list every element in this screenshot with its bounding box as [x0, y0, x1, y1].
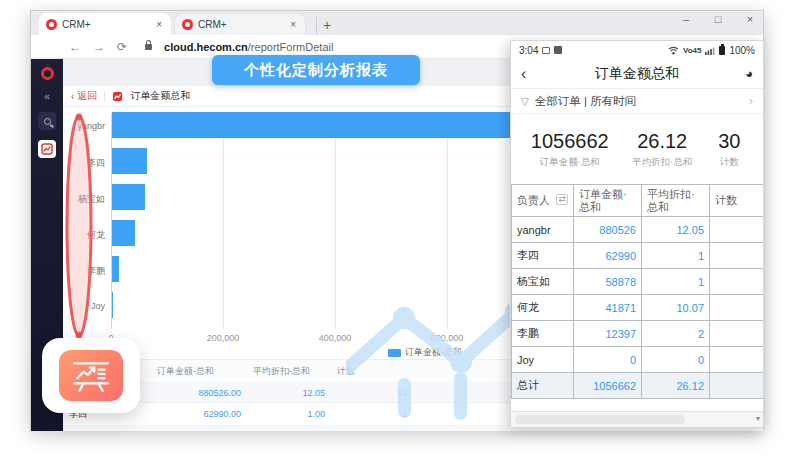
value-cell: 10.07: [642, 295, 710, 321]
pie-chart-icon[interactable]: ◕: [733, 66, 753, 81]
value-cell: 58878.00: [151, 426, 247, 432]
column-sort-icon[interactable]: ⇄: [556, 194, 568, 205]
value-cell: 58878: [574, 269, 642, 295]
phone-table-header-row: 负责人⇄订单金额·总和平均折扣·总和计数: [512, 185, 764, 217]
bar[interactable]: [112, 184, 145, 210]
gridline: [223, 113, 224, 329]
value-cell: 62990.00: [151, 403, 247, 426]
tab-close-icon[interactable]: ×: [154, 19, 164, 30]
tab-title: CRM+: [62, 19, 149, 30]
owner-cell: 总计: [512, 373, 574, 399]
phone-table-row[interactable]: 杨宝如588781: [512, 269, 764, 295]
annotation-ellipse: [64, 109, 96, 345]
battery-percent: 100%: [729, 45, 755, 56]
new-tab-button[interactable]: +: [316, 17, 337, 35]
minimize-button[interactable]: –: [677, 13, 695, 25]
value-cell: 12397: [574, 321, 642, 347]
value-cell: 41871: [574, 295, 642, 321]
phone-time: 3:04: [519, 45, 538, 56]
bar[interactable]: [112, 292, 113, 318]
owner-cell: 何龙: [512, 295, 574, 321]
search-icon: [44, 118, 51, 125]
phone-preview-panel: 3:04 Vo45 100% ‹ 订单金额总和 ◕ ▽ 全部订单 | 所有时间 …: [510, 40, 764, 428]
scroll-arrow-icon: ▾: [756, 414, 760, 423]
scrollbar-thumb[interactable]: [515, 415, 685, 424]
value-cell: 1.00: [247, 403, 331, 426]
owner-cell: 杨宝如: [512, 269, 574, 295]
value-cell: [710, 347, 764, 373]
report-title: 订单金额总和: [130, 89, 190, 103]
name-cell: 杨宝如: [63, 426, 151, 432]
bar[interactable]: [112, 148, 147, 174]
phone-table-row[interactable]: 李鹏123972: [512, 321, 764, 347]
phone-status-bar: 3:04 Vo45 100%: [511, 41, 763, 59]
lock-icon: [145, 44, 152, 50]
value-cell: 1: [331, 426, 413, 432]
header-cell: 平均折扣-总和: [247, 360, 331, 383]
phone-table-row[interactable]: Joy00: [512, 347, 764, 373]
value-cell: 2: [642, 321, 710, 347]
tab-close-icon[interactable]: ×: [288, 19, 298, 30]
value-cell: [710, 217, 764, 243]
value-cell: 0: [642, 347, 710, 373]
url-field[interactable]: cloud.hecom.cn/reportFormDetail: [164, 41, 333, 53]
phone-header-cell: 计数: [710, 185, 764, 217]
value-cell: 0: [574, 347, 642, 373]
phone-page-title: 订单金额总和: [541, 65, 733, 83]
value-cell: [710, 321, 764, 347]
phone-table-body: 负责人⇄订单金额·总和平均折扣·总和计数yangbr88052612.05李四6…: [512, 185, 764, 399]
sidebar-search-button[interactable]: [38, 112, 56, 130]
back-nav-icon[interactable]: ←: [69, 40, 81, 54]
owner-cell: Joy: [512, 347, 574, 373]
phone-total-row[interactable]: 总计105666226.12: [512, 373, 764, 399]
reload-icon[interactable]: ⟳: [117, 40, 127, 54]
value-cell: [710, 295, 764, 321]
phone-data-table: 负责人⇄订单金额·总和平均折扣·总和计数yangbr88052612.05李四6…: [511, 184, 764, 399]
tab-crm-1[interactable]: CRM+ ×: [39, 13, 171, 35]
owner-cell: 李四: [512, 243, 574, 269]
battery-icon: [719, 46, 725, 55]
x-tick-label: 200,000: [193, 333, 253, 343]
phone-scrollbar[interactable]: ▾: [511, 411, 763, 427]
phone-header-cell: 平均折扣·总和: [642, 185, 710, 217]
tab-strip: CRM+ × CRM+ × + – □ ×: [31, 11, 763, 35]
chevron-right-icon: ›: [749, 94, 753, 108]
phone-table-row[interactable]: 何龙4187110.07: [512, 295, 764, 321]
back-link[interactable]: ‹返回: [71, 89, 97, 103]
stat-order-amount: 1056662 订单金额·总和: [517, 130, 623, 169]
divider: [104, 91, 105, 102]
phone-header-cell: 订单金额·总和: [574, 185, 642, 217]
report-chart-icon: [41, 143, 53, 155]
signal-icon: [705, 46, 715, 55]
notification-app-icon: [554, 46, 562, 54]
forward-nav-icon[interactable]: →: [93, 40, 105, 54]
wifi-icon: [668, 46, 679, 55]
value-cell: [710, 269, 764, 295]
value-cell: 12.05: [247, 383, 331, 403]
header-cell: 订单金额-总和: [151, 360, 247, 383]
phone-header-cell: 负责人⇄: [512, 185, 574, 217]
close-button[interactable]: ×: [741, 13, 759, 25]
maximize-button[interactable]: □: [709, 13, 727, 25]
crm-logo-icon: [46, 19, 57, 30]
presentation-board-icon: [59, 350, 123, 401]
tab-crm-2[interactable]: CRM+ ×: [174, 13, 306, 35]
phone-summary-stats: 1056662 订单金额·总和 26.12 平均折扣·总和 30 计数: [511, 114, 763, 184]
value-cell: 1: [642, 243, 710, 269]
phone-table-row[interactable]: yangbr88052612.05: [512, 217, 764, 243]
sidebar-item-report[interactable]: [38, 140, 56, 158]
bar[interactable]: [112, 220, 135, 246]
report-shortcut-card[interactable]: [42, 338, 140, 413]
collapse-sidebar-icon[interactable]: «: [44, 90, 50, 102]
bar[interactable]: [112, 256, 119, 282]
phone-back-icon[interactable]: ‹: [521, 65, 541, 83]
stat-avg-discount: 26.12 平均折扣·总和: [623, 130, 702, 169]
filter-text: 全部订单 | 所有时间: [535, 94, 636, 109]
phone-filter-row[interactable]: ▽ 全部订单 | 所有时间 ›: [511, 89, 763, 114]
value-cell: 880526: [574, 217, 642, 243]
phone-table-row[interactable]: 李四629901: [512, 243, 764, 269]
report-doc-icon: [112, 91, 123, 102]
back-chevron-icon: ‹: [71, 91, 74, 102]
crm-logo-icon: [182, 19, 193, 30]
value-cell: 26.12: [642, 373, 710, 399]
